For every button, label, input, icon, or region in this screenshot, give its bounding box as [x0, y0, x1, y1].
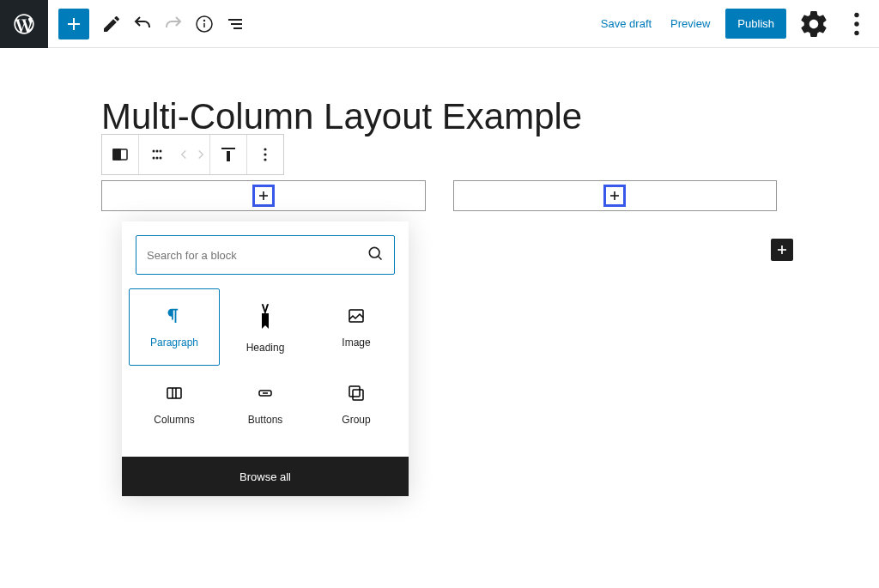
chevron-right-icon: [193, 147, 209, 162]
svg-point-8: [854, 12, 858, 16]
block-inserter-popover: Paragraph Heading Image Columns Buttons …: [122, 221, 409, 496]
group-icon: [346, 383, 367, 403]
move-down-button[interactable]: [192, 135, 209, 174]
toolbar-left-group: [48, 9, 251, 39]
plus-icon: [606, 187, 623, 204]
gear-icon: [798, 9, 829, 39]
block-search-input[interactable]: [147, 249, 367, 262]
list-view-button[interactable]: [220, 9, 251, 39]
drag-icon: [147, 144, 167, 165]
block-option-label: Heading: [246, 342, 285, 354]
info-icon: [194, 14, 215, 34]
columns-icon: [110, 144, 130, 165]
wordpress-logo[interactable]: [0, 0, 48, 48]
browse-all-button[interactable]: Browse all: [122, 457, 409, 496]
paragraph-icon: [164, 306, 185, 326]
column-1[interactable]: [101, 180, 426, 211]
svg-rect-21: [227, 151, 230, 161]
block-option-columns[interactable]: Columns: [129, 366, 220, 443]
undo-icon: [132, 14, 153, 34]
svg-point-15: [156, 150, 159, 153]
search-icon: [367, 245, 384, 265]
svg-point-18: [156, 157, 159, 160]
column-2-add-block[interactable]: [603, 185, 626, 207]
block-search-wrap: [136, 235, 395, 275]
block-option-label: Buttons: [248, 414, 283, 426]
column-2[interactable]: [453, 180, 778, 211]
wordpress-icon: [12, 12, 36, 36]
editor-canvas: Multi-Column Layout Example: [0, 48, 879, 137]
svg-rect-37: [167, 388, 181, 398]
toolbar-right-group: Save draft Preview Publish: [597, 9, 872, 39]
block-option-buttons[interactable]: Buttons: [220, 366, 311, 443]
save-draft-button[interactable]: Save draft: [597, 12, 655, 35]
plus-icon: [64, 14, 84, 34]
buttons-icon: [255, 383, 276, 403]
image-icon: [346, 306, 367, 326]
block-option-label: Paragraph: [150, 336, 198, 349]
more-options-button[interactable]: [841, 9, 872, 39]
svg-point-17: [153, 157, 155, 160]
block-option-group[interactable]: Group: [311, 366, 402, 443]
svg-point-23: [264, 153, 266, 155]
svg-point-24: [264, 158, 266, 161]
block-option-paragraph[interactable]: Paragraph: [129, 288, 220, 366]
svg-rect-43: [353, 390, 363, 400]
svg-point-9: [854, 21, 858, 26]
block-option-label: Columns: [154, 414, 194, 426]
pencil-icon: [101, 14, 122, 34]
svg-point-16: [160, 150, 162, 153]
edit-mode-button[interactable]: [96, 9, 127, 39]
svg-rect-20: [221, 148, 235, 149]
block-option-heading[interactable]: Heading: [220, 288, 311, 366]
columns-block[interactable]: [101, 180, 777, 211]
publish-button[interactable]: Publish: [725, 9, 786, 39]
svg-point-19: [160, 157, 162, 160]
svg-line-32: [379, 257, 382, 260]
more-vertical-icon: [841, 9, 872, 39]
plus-icon: [255, 187, 272, 204]
block-option-label: Group: [342, 414, 370, 426]
align-icon: [218, 144, 239, 165]
column-1-add-block[interactable]: [252, 185, 275, 207]
more-vertical-icon: [255, 144, 276, 165]
drag-handle-button[interactable]: [139, 135, 175, 174]
svg-point-10: [854, 30, 858, 34]
svg-point-4: [204, 20, 205, 21]
editor-top-toolbar: Save draft Preview Publish: [0, 0, 879, 48]
align-button[interactable]: [210, 135, 246, 174]
svg-rect-13: [113, 149, 120, 160]
block-appender[interactable]: [771, 239, 793, 261]
svg-point-22: [264, 148, 266, 150]
svg-point-31: [369, 247, 379, 258]
add-block-button[interactable]: [58, 9, 89, 39]
chevron-left-icon: [176, 147, 191, 162]
undo-button[interactable]: [127, 9, 158, 39]
move-up-button[interactable]: [175, 135, 192, 174]
block-options-button[interactable]: [247, 135, 283, 174]
plus-icon: [773, 241, 791, 258]
post-title[interactable]: Multi-Column Layout Example: [101, 96, 827, 137]
list-view-icon: [225, 14, 246, 34]
info-button[interactable]: [189, 9, 220, 39]
bookmark-icon: [255, 311, 276, 331]
redo-button[interactable]: [158, 9, 189, 39]
block-option-label: Image: [342, 336, 370, 349]
settings-button[interactable]: [798, 9, 829, 39]
svg-rect-42: [349, 386, 360, 397]
preview-button[interactable]: Preview: [667, 12, 713, 35]
svg-point-14: [153, 150, 155, 153]
block-toolbar: [101, 134, 284, 175]
redo-icon: [163, 14, 184, 34]
block-option-image[interactable]: Image: [311, 288, 402, 366]
columns-icon: [164, 383, 185, 403]
block-type-button[interactable]: [102, 135, 138, 174]
